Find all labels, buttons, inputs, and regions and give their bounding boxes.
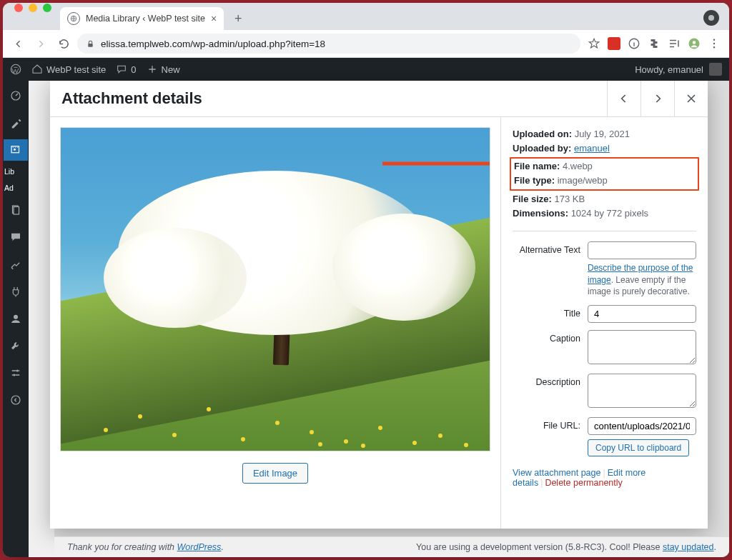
appearance-icon[interactable] [4, 254, 28, 275]
reading-list-icon[interactable] [668, 37, 681, 50]
url-text: elissa.templweb.com/wp-admin/upload.php?… [101, 39, 325, 49]
caption-label: Caption [513, 330, 588, 366]
uploaded-on-label: Uploaded on: [513, 129, 572, 139]
svg-rect-1 [88, 43, 93, 46]
edit-image-button[interactable]: Edit Image [242, 463, 308, 484]
view-attachment-link[interactable]: View attachment page [513, 468, 600, 478]
toolbar-right [585, 37, 723, 50]
tools-icon[interactable] [4, 335, 28, 356]
description-label: Description [513, 374, 588, 410]
pages-icon[interactable] [4, 199, 28, 221]
dimensions-value: 1024 by 772 pixels [571, 208, 648, 219]
image-preview [60, 127, 490, 451]
file-type-label: File type: [514, 175, 555, 186]
reload-button[interactable] [54, 34, 73, 53]
svg-point-5 [713, 39, 715, 41]
sidebar-label-add: Ad [3, 183, 15, 194]
new-link[interactable]: New [147, 64, 180, 75]
posts-icon[interactable] [4, 112, 28, 134]
menu-icon[interactable] [708, 37, 721, 50]
avatar-icon[interactable] [709, 63, 722, 76]
browser-toolbar: elissa.templweb.com/wp-admin/upload.php?… [3, 30, 729, 58]
stay-updated-link[interactable]: stay updated [663, 542, 714, 552]
file-name-value: 4.webp [563, 161, 593, 171]
title-input[interactable] [588, 305, 696, 323]
uploaded-on-value: July 19, 2021 [575, 129, 630, 139]
browser-profile-icon[interactable] [703, 10, 719, 26]
window-controls [9, 3, 56, 30]
annotation-arrow-icon [382, 156, 490, 171]
file-name-label: File name: [514, 161, 560, 171]
comments-icon[interactable] [4, 226, 28, 248]
file-size-value: 173 KB [555, 194, 585, 204]
media-icon[interactable] [4, 139, 28, 161]
next-button[interactable] [640, 81, 674, 116]
modal-title: Attachment details [50, 89, 607, 108]
file-url-label: File URL: [513, 417, 588, 456]
dimensions-label: Dimensions: [513, 208, 568, 219]
star-icon[interactable] [588, 37, 600, 50]
prev-button[interactable] [607, 81, 640, 116]
favicon-icon [67, 12, 80, 25]
new-tab-button[interactable]: + [228, 9, 248, 29]
info-icon[interactable] [628, 37, 640, 50]
extensions-icon[interactable] [648, 37, 661, 50]
browser-tabbar: Media Library ‹ WebP test site × + [3, 3, 729, 30]
alt-text-input[interactable] [588, 241, 696, 259]
profile-icon[interactable] [688, 37, 701, 50]
alt-text-label: Alternative Text [513, 241, 588, 298]
description-input[interactable] [588, 374, 696, 408]
close-tab-icon[interactable]: × [211, 13, 217, 24]
file-type-value: image/webp [558, 175, 608, 186]
lock-icon [86, 39, 95, 49]
wp-logo-icon[interactable] [10, 64, 21, 75]
wp-sidebar: Lib Ad [3, 81, 29, 557]
comments-link[interactable]: 0 [116, 64, 136, 75]
delete-permanently-link[interactable]: Delete permanently [545, 478, 622, 488]
caption-input[interactable] [588, 330, 696, 364]
svg-point-4 [693, 41, 696, 44]
maximize-window-icon[interactable] [43, 4, 51, 12]
uploaded-by-label: Uploaded by: [513, 143, 571, 154]
wordpress-link[interactable]: WordPress [177, 542, 222, 552]
collapse-icon[interactable] [4, 389, 28, 411]
dashboard-icon[interactable] [4, 85, 28, 106]
title-label: Title [513, 305, 588, 323]
minimize-window-icon[interactable] [29, 4, 37, 12]
back-button[interactable] [9, 34, 27, 53]
settings-icon[interactable] [4, 362, 28, 384]
browser-tab[interactable]: Media Library ‹ WebP test site × [60, 7, 224, 30]
svg-point-15 [16, 370, 19, 372]
svg-point-16 [13, 374, 15, 376]
address-bar[interactable]: elissa.templweb.com/wp-admin/upload.php?… [77, 34, 580, 54]
svg-point-17 [11, 396, 20, 404]
close-modal-button[interactable] [674, 81, 708, 116]
site-link[interactable]: WebP test site [31, 64, 106, 75]
howdy-text[interactable]: Howdy, emanuel [635, 64, 703, 75]
forward-button[interactable] [31, 34, 50, 53]
details-sidebar: Uploaded on: July 19, 2021 Uploaded by: … [500, 117, 708, 529]
attachment-details-modal: Attachment details [50, 81, 708, 529]
svg-point-6 [713, 43, 715, 44]
svg-rect-13 [14, 207, 19, 215]
svg-point-11 [14, 149, 16, 151]
wp-footer: Thank you for creating with WordPress. Y… [54, 536, 729, 557]
tab-title: Media Library ‹ WebP test site [86, 14, 205, 24]
copy-url-button[interactable]: Copy URL to clipboard [588, 439, 689, 456]
file-size-label: File size: [513, 194, 552, 204]
users-icon[interactable] [4, 308, 28, 329]
plugins-icon[interactable] [4, 281, 28, 302]
svg-point-14 [14, 315, 18, 319]
annotation-highlight: File name: 4.webp File type: image/webp [510, 157, 699, 190]
wp-admin-bar: WebP test site 0 New Howdy, emanuel [3, 58, 729, 81]
sidebar-label-lib: Lib [3, 166, 16, 177]
file-url-input[interactable] [588, 417, 696, 435]
ublock-icon[interactable] [608, 37, 620, 50]
uploaded-by-link[interactable]: emanuel [574, 143, 610, 154]
svg-point-7 [713, 46, 715, 48]
close-window-icon[interactable] [14, 4, 23, 12]
